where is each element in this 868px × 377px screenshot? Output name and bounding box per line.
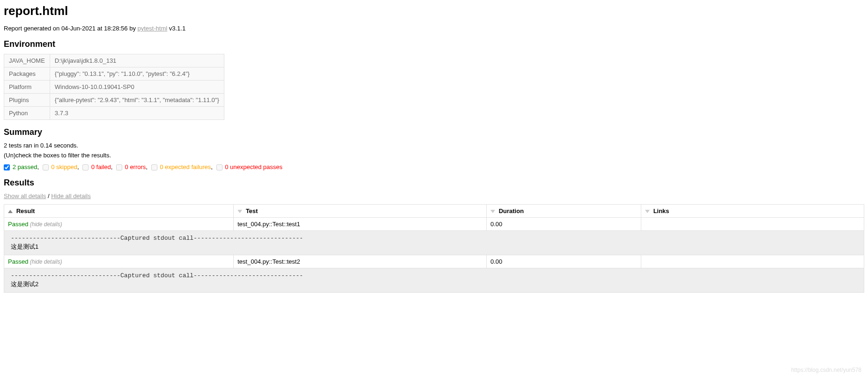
col-links-header[interactable]: Links (641, 205, 864, 218)
stdout-row: ------------------------------Captured s… (4, 231, 864, 255)
filter-unexpected[interactable]: 0 unexpected passes (216, 163, 283, 170)
filter-skipped-label: 0 skipped (51, 163, 77, 170)
table-row: Passed (hide details)test_004.py::Test::… (4, 255, 864, 268)
sort-desc-icon (237, 210, 242, 213)
filter-unexpected-label: 0 unexpected passes (225, 163, 282, 170)
env-value: Windows-10-10.0.19041-SP0 (50, 81, 224, 94)
filter-expected-checkbox[interactable] (151, 164, 157, 170)
col-test-label: Test (246, 207, 258, 214)
generated-version: v3.1.1 (167, 25, 185, 32)
detail-links: Show all details / Hide all details (4, 192, 864, 200)
links-cell (641, 255, 864, 268)
filter-passed[interactable]: 2 passed, (4, 163, 41, 170)
result-status: Passed (8, 258, 28, 265)
filter-failed-label: 0 failed (91, 163, 111, 170)
duration-cell: 0.00 (487, 218, 641, 231)
stdout-body: 这是测试1 (11, 243, 857, 251)
hide-details-link[interactable]: (hide details) (28, 221, 62, 228)
filter-passed-checkbox[interactable] (4, 164, 10, 170)
env-value: {"pluggy": "0.13.1", "py": "1.10.0", "py… (50, 67, 224, 81)
duration-cell: 0.00 (487, 255, 641, 268)
filter-unexpected-checkbox[interactable] (216, 164, 223, 170)
generated-prefix: Report generated on (4, 25, 61, 32)
environment-table: JAVA_HOMED:\jk\java\jdk1.8.0_131Packages… (4, 54, 224, 120)
filter-row: 2 passed, 0 skipped, 0 failed, 0 errors,… (4, 163, 864, 170)
stdout-row: ------------------------------Captured s… (4, 268, 864, 293)
col-result-header[interactable]: Result (4, 205, 234, 218)
filter-errors-checkbox[interactable] (116, 164, 122, 170)
filter-errors[interactable]: 0 errors, (116, 163, 149, 170)
env-value: 3.7.3 (50, 107, 224, 120)
filter-skipped[interactable]: 0 skipped, (43, 163, 81, 170)
sort-asc-icon (8, 210, 13, 213)
env-value: {"allure-pytest": "2.9.43", "html": "3.1… (50, 94, 224, 107)
show-all-details-link[interactable]: Show all details (4, 192, 46, 200)
col-test-header[interactable]: Test (234, 205, 487, 218)
test-cell: test_004.py::Test::test1 (234, 218, 487, 231)
result-status: Passed (8, 221, 28, 228)
col-links-label: Links (653, 207, 669, 214)
stdout-header: ------------------------------Captured s… (11, 272, 857, 279)
summary-ran: 2 tests ran in 0.14 seconds. (4, 142, 864, 149)
env-key: Packages (4, 67, 50, 81)
stdout-body: 这是测试2 (11, 280, 857, 288)
filter-passed-label: 2 passed (13, 163, 37, 170)
hide-details-link[interactable]: (hide details) (28, 259, 62, 265)
env-key: Platform (4, 81, 50, 94)
stdout-cell: ------------------------------Captured s… (4, 268, 864, 293)
test-cell: test_004.py::Test::test2 (234, 255, 487, 268)
filter-failed-checkbox[interactable] (82, 164, 89, 170)
generated-date: 04-Jun-2021 (61, 25, 96, 32)
filter-skipped-checkbox[interactable] (43, 164, 49, 170)
env-row: Python3.7.3 (4, 107, 224, 120)
result-cell: Passed (hide details) (4, 218, 234, 231)
summary-uncheck: (Un)check the boxes to filter the result… (4, 152, 864, 159)
filter-failed[interactable]: 0 failed, (82, 163, 114, 170)
table-row: Passed (hide details)test_004.py::Test::… (4, 218, 864, 231)
generated-time: 18:28:56 (104, 25, 128, 32)
environment-heading: Environment (4, 39, 864, 49)
env-key: JAVA_HOME (4, 54, 50, 67)
hide-all-details-link[interactable]: Hide all details (51, 192, 91, 200)
summary-heading: Summary (4, 127, 864, 137)
env-key: Python (4, 107, 50, 120)
env-row: Packages{"pluggy": "0.13.1", "py": "1.10… (4, 67, 224, 81)
col-duration-header[interactable]: Duration (487, 205, 641, 218)
env-value: D:\jk\java\jdk1.8.0_131 (50, 54, 224, 67)
filter-expected-label: 0 expected failures (160, 163, 211, 170)
page-title: report.html (4, 4, 864, 18)
result-cell: Passed (hide details) (4, 255, 234, 268)
env-row: JAVA_HOMED:\jk\java\jdk1.8.0_131 (4, 54, 224, 67)
env-row: PlatformWindows-10-10.0.19041-SP0 (4, 81, 224, 94)
detail-sep: / (46, 192, 51, 200)
results-heading: Results (4, 178, 864, 188)
stdout-cell: ------------------------------Captured s… (4, 231, 864, 255)
env-row: Plugins{"allure-pytest": "2.9.43", "html… (4, 94, 224, 107)
stdout-header: ------------------------------Captured s… (11, 235, 857, 242)
filter-errors-label: 0 errors (125, 163, 146, 170)
col-duration-label: Duration (499, 207, 524, 214)
generated-line: Report generated on 04-Jun-2021 at 18:28… (4, 25, 864, 32)
col-result-label: Result (16, 207, 35, 214)
generated-at: at (96, 25, 104, 32)
env-key: Plugins (4, 94, 50, 107)
results-table: Result Test Duration Links Passed (hide … (4, 204, 864, 293)
pytest-html-link[interactable]: pytest-html (138, 25, 168, 32)
filter-expected[interactable]: 0 expected failures, (151, 163, 215, 170)
links-cell (641, 218, 864, 231)
sort-desc-icon (645, 210, 650, 213)
generated-by: by (128, 25, 138, 32)
sort-desc-icon (490, 210, 495, 213)
